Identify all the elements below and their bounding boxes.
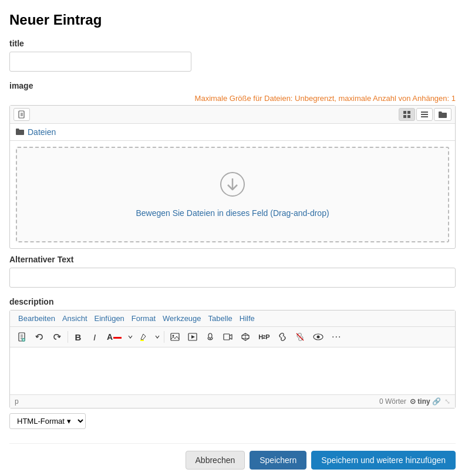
link-icon	[278, 332, 287, 342]
folder-view-button[interactable]	[434, 108, 451, 121]
undo-icon	[35, 332, 44, 342]
toolbar-text-color-dropdown[interactable]	[126, 329, 134, 345]
toolbar-video-button[interactable]	[220, 329, 236, 345]
toolbar-more-button[interactable]: ···	[328, 329, 345, 345]
toolbar-unlink-button[interactable]	[292, 329, 308, 345]
alt-text-input[interactable]	[9, 268, 456, 288]
format-select[interactable]: HTML-Format ▾ Markdown	[9, 413, 86, 429]
dropzone[interactable]: Bewegen Sie Dateien in dieses Feld (Drag…	[16, 147, 449, 242]
image-field-label: image	[9, 81, 456, 90]
toolbar-separator-1	[68, 331, 68, 343]
folder-view-icon	[438, 110, 447, 119]
footer-actions: Abbrechen Speichern Speichern und weiter…	[9, 443, 456, 470]
file-manager: Dateien Bewegen Sie Dateien in dieses Fe…	[9, 105, 456, 249]
toolbar-highlight-dropdown[interactable]	[153, 329, 161, 345]
toolbar-link-button[interactable]	[274, 329, 291, 345]
toolbar-bold-button[interactable]: B	[70, 329, 86, 345]
svg-rect-5	[407, 111, 410, 114]
dropzone-text: Bewegen Sie Dateien in dieses Feld (Drag…	[29, 208, 436, 218]
page-title: Neuer Eintrag	[9, 12, 456, 28]
editor-menubar: Bearbeiten Ansicht Einfügen Format Werkz…	[10, 310, 455, 327]
preview-icon	[313, 333, 324, 341]
title-input[interactable]	[9, 52, 191, 72]
editor-footer: p 0 Wörter ⊙ tiny 🔗 ⤡	[10, 394, 455, 408]
menu-item-hilfe[interactable]: Hilfe	[236, 313, 258, 324]
menu-item-tabelle[interactable]: Tabelle	[205, 313, 236, 324]
save-button[interactable]: Speichern	[250, 451, 306, 470]
resize-handle-icon[interactable]: ⤡	[444, 397, 450, 406]
toolbar-highlight-button[interactable]	[136, 329, 152, 345]
svg-rect-10	[421, 116, 428, 117]
editor-container: Bearbeiten Ansicht Einfügen Format Werkz…	[9, 310, 456, 409]
svg-marker-24	[191, 335, 195, 339]
svg-rect-7	[407, 115, 410, 118]
svg-rect-6	[403, 115, 406, 118]
svg-point-34	[317, 336, 320, 339]
menu-item-format[interactable]: Format	[128, 313, 159, 324]
svg-rect-9	[421, 114, 428, 115]
grid-view-icon	[403, 110, 411, 119]
media-icon	[188, 332, 197, 342]
title-field-label: title	[9, 39, 456, 48]
svg-point-25	[208, 333, 212, 338]
toolbar-undo-button[interactable]	[31, 329, 48, 345]
word-count: 0 Wörter	[379, 397, 406, 406]
svg-point-22	[173, 335, 174, 337]
list-view-button[interactable]	[416, 108, 433, 121]
text-color-swatch	[113, 337, 122, 339]
dropzone-arrow-icon	[29, 171, 436, 202]
toolbar-media-button[interactable]	[184, 329, 201, 345]
svg-rect-21	[171, 333, 179, 340]
image-field-section: image Maximale Größe für Dateien: Unbegr…	[9, 81, 456, 288]
svg-rect-4	[403, 111, 406, 114]
description-field-label: description	[9, 297, 456, 306]
file-manager-toolbar	[10, 106, 455, 124]
description-field-section: description Bearbeiten Ansicht Einfügen …	[9, 297, 456, 429]
toolbar-new-button[interactable]	[14, 329, 30, 345]
file-limit-text: Maximale Größe für Dateien: Unbegrenzt, …	[9, 94, 456, 103]
redo-icon	[52, 332, 62, 342]
toolbar-nonbreaking-button[interactable]: H2P	[255, 329, 273, 345]
menu-item-ansicht[interactable]: Ansicht	[59, 313, 91, 324]
file-tree-area: Dateien	[10, 124, 455, 141]
chevron-down-highlight-icon	[155, 335, 160, 339]
new-file-button[interactable]	[14, 108, 30, 121]
toolbar-separator-2	[164, 331, 164, 343]
list-view-icon	[420, 110, 429, 119]
toolbar-embed-button[interactable]	[237, 329, 254, 345]
alt-text-label: Alternativer Text	[9, 255, 456, 264]
folder-link[interactable]: Dateien	[28, 127, 56, 137]
toolbar-audio-button[interactable]	[202, 329, 218, 345]
toolbar-redo-button[interactable]	[49, 329, 65, 345]
image-insert-icon	[170, 332, 180, 342]
save-and-add-button[interactable]: Speichern und weitere hinzufügen	[311, 451, 456, 470]
folder-icon	[16, 127, 24, 137]
video-icon	[223, 332, 232, 342]
toolbar-preview-button[interactable]	[309, 329, 327, 345]
svg-rect-8	[421, 112, 428, 113]
highlight-icon	[139, 332, 149, 342]
menu-item-werkzeuge[interactable]: Werkzeuge	[159, 313, 205, 324]
new-doc-icon	[17, 332, 26, 342]
menu-item-bearbeiten[interactable]: Bearbeiten	[15, 313, 59, 324]
toolbar-text-color-button[interactable]: A	[103, 329, 125, 345]
editor-toolbar: B I A	[10, 327, 455, 347]
audio-icon	[205, 332, 215, 342]
unlink-icon	[295, 332, 305, 342]
chevron-down-icon	[128, 335, 133, 339]
embed-icon	[241, 332, 250, 342]
grid-view-button[interactable]	[399, 108, 415, 121]
toolbar-image-button[interactable]	[167, 329, 183, 345]
title-field-section: title	[9, 39, 456, 72]
cancel-button[interactable]: Abbrechen	[186, 451, 245, 470]
tiny-logo: ⊙ tiny 🔗	[410, 397, 441, 406]
menu-item-einfuegen[interactable]: Einfügen	[91, 313, 128, 324]
toolbar-italic-button[interactable]: I	[87, 329, 102, 345]
new-file-icon	[18, 110, 26, 119]
svg-rect-27	[224, 334, 230, 340]
editor-paragraph-label: p	[15, 397, 19, 406]
editor-body[interactable]	[10, 347, 455, 394]
